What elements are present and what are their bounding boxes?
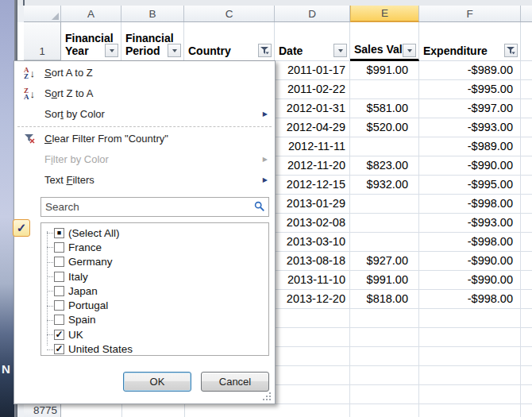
cell-date[interactable]: 2011-02-22: [275, 80, 348, 98]
search-input[interactable]: [40, 197, 269, 217]
cell-date[interactable]: 2012-12-15: [275, 176, 348, 194]
resize-grip[interactable]: [263, 392, 272, 401]
filter-option-select-all[interactable]: ■(Select All): [41, 226, 268, 240]
search-icon: [254, 201, 265, 212]
menu-item-filter-by-color[interactable]: Filter by Color▶: [14, 149, 275, 170]
cell-date[interactable]: 2012-01-31: [275, 99, 348, 118]
cell-date[interactable]: 2013-08-18: [275, 252, 348, 270]
cell-sales-value[interactable]: $991.00: [350, 271, 413, 289]
cell-date[interactable]: 2012-11-20: [275, 156, 348, 175]
empty-row[interactable]: [275, 404, 532, 417]
menu-item-sort-a-to-z[interactable]: AZ↓Sort A to Z: [14, 63, 275, 83]
menu-item-clear-filter[interactable]: Clear Filter From "Country": [14, 129, 275, 149]
cell-date[interactable]: 2013-02-08: [275, 214, 348, 232]
cell-expenditure[interactable]: -$997.00: [419, 99, 517, 118]
cell-sales-value[interactable]: $581.00: [350, 99, 413, 118]
cell-expenditure[interactable]: -$998.00: [419, 195, 517, 213]
cell-sales-value[interactable]: [350, 137, 413, 156]
filter-option-italy[interactable]: Italy: [41, 269, 268, 284]
filter-option-spain[interactable]: Spain: [41, 313, 268, 327]
filter-option-uk[interactable]: ✓UK: [41, 327, 268, 342]
cell-sales-value[interactable]: $818.00: [350, 290, 413, 308]
cell-expenditure[interactable]: -$990.00: [419, 156, 517, 175]
empty-row[interactable]: [275, 328, 532, 347]
cell-date[interactable]: 2011-01-17: [275, 61, 348, 79]
column-header-c[interactable]: C: [184, 6, 275, 21]
cell-date[interactable]: 2013-12-20: [275, 290, 348, 308]
cell-expenditure[interactable]: -$995.00: [419, 80, 517, 98]
cell-expenditure[interactable]: -$989.00: [419, 137, 517, 156]
checkbox-unchecked[interactable]: [54, 257, 64, 267]
column-header-e-selected[interactable]: E: [350, 6, 419, 22]
checkbox-indeterminate[interactable]: ■: [54, 228, 64, 238]
cell-sales-value[interactable]: $932.00: [350, 176, 413, 194]
cell-sales-value[interactable]: $520.00: [350, 118, 413, 137]
filter-dropdown-button-d[interactable]: [333, 44, 347, 57]
checkbox-unchecked[interactable]: [54, 242, 64, 253]
empty-row[interactable]: [275, 347, 532, 366]
cell-a1-financial-year[interactable]: Financial Year: [61, 22, 121, 61]
checkbox-checked[interactable]: ✓: [54, 330, 64, 340]
menu-item-sort-z-to-a[interactable]: ZA↓Sort Z to A: [14, 83, 275, 104]
cancel-button[interactable]: Cancel: [201, 372, 269, 392]
empty-row[interactable]: [275, 366, 532, 385]
menu-item-text-filters[interactable]: Text Filters▶: [14, 170, 275, 191]
cell-date[interactable]: 2013-03-10: [275, 233, 348, 251]
column-header-d[interactable]: D: [275, 6, 350, 21]
checkbox-unchecked[interactable]: [54, 272, 64, 282]
cell-g1-empty[interactable]: [521, 22, 532, 61]
floating-check-button[interactable]: ✓: [13, 219, 30, 237]
column-header-f[interactable]: F: [419, 6, 521, 21]
cell-expenditure[interactable]: -$990.00: [419, 271, 517, 289]
checkbox-checked[interactable]: ✓: [54, 344, 64, 354]
filter-option-france[interactable]: France: [41, 240, 268, 254]
filter-option-japan[interactable]: Japan: [41, 284, 268, 298]
filter-funnel-button-c[interactable]: [258, 44, 272, 57]
cell-expenditure[interactable]: -$993.00: [419, 118, 517, 137]
cell-d1-date[interactable]: Date: [275, 22, 350, 61]
filter-dropdown-button-b[interactable]: [168, 44, 181, 57]
filter-dropdown-button-e[interactable]: [403, 44, 416, 57]
cell-sales-value[interactable]: [350, 233, 413, 251]
table-row: 2013-02-08-$993.00: [275, 214, 532, 233]
cell-sales-value[interactable]: [350, 80, 413, 98]
column-header-strip: A B C D E F: [24, 6, 532, 22]
cell-sales-value[interactable]: $991.00: [350, 61, 413, 79]
cell-date[interactable]: 2013-01-29: [275, 195, 348, 213]
cell-expenditure[interactable]: -$989.00: [419, 61, 517, 79]
cell-expenditure[interactable]: -$998.00: [419, 233, 517, 251]
cell-expenditure[interactable]: -$998.00: [419, 290, 517, 308]
cell-sales-value[interactable]: $823.00: [350, 156, 413, 175]
cell-c1-country[interactable]: Country: [184, 22, 275, 61]
empty-row[interactable]: [275, 385, 532, 404]
cell-expenditure[interactable]: -$993.00: [419, 214, 517, 232]
filter-option-germany[interactable]: Germany: [41, 255, 268, 269]
empty-row[interactable]: [275, 309, 532, 328]
ok-button[interactable]: OK: [123, 372, 191, 392]
filter-option-united-states[interactable]: ✓United States: [41, 342, 268, 356]
cell-date[interactable]: 2013-11-10: [275, 271, 348, 289]
cell-e1-sales-value-active[interactable]: Sales Value: [350, 22, 419, 61]
select-all-corner[interactable]: [24, 6, 61, 21]
menu-item-label: Clear Filter From "Country": [44, 129, 168, 149]
checkbox-unchecked[interactable]: [54, 300, 64, 311]
cell-sales-value[interactable]: [350, 214, 413, 232]
filter-dropdown-button-a[interactable]: [105, 44, 118, 57]
cell-date[interactable]: 2012-04-29: [275, 118, 348, 137]
column-header-a[interactable]: A: [61, 6, 121, 21]
cell-expenditure[interactable]: -$995.00: [419, 176, 517, 194]
cell-date[interactable]: 2012-11-11: [275, 137, 348, 156]
cell-sales-value[interactable]: $927.00: [350, 252, 413, 270]
row-header-1[interactable]: 1: [24, 22, 61, 60]
filter-funnel-button-f[interactable]: [504, 44, 518, 57]
checkbox-unchecked[interactable]: [54, 315, 64, 325]
cell-expenditure[interactable]: -$990.00: [419, 252, 517, 270]
cell-sales-value[interactable]: [350, 195, 413, 213]
menu-item-sort-by-color[interactable]: Sort by Color▶: [14, 104, 275, 125]
cell-b1-financial-period[interactable]: Financial Period: [121, 22, 184, 61]
checkbox-unchecked[interactable]: [54, 286, 64, 296]
column-header-g-partial[interactable]: [521, 6, 532, 21]
cell-f1-expenditure[interactable]: Expenditure: [419, 22, 521, 61]
column-header-b[interactable]: B: [121, 6, 184, 21]
filter-option-portugal[interactable]: Portugal: [41, 298, 268, 312]
